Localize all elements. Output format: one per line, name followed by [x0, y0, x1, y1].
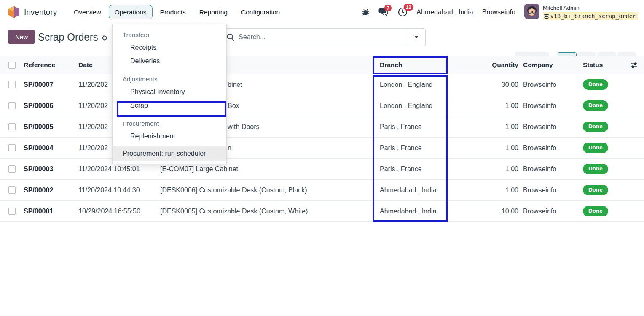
select-all-checkbox[interactable]: [8, 62, 16, 69]
activities-count-badge: 12: [404, 4, 413, 11]
search-dropdown-toggle[interactable]: [407, 29, 425, 46]
branch-selector[interactable]: Ahmedabad , India: [416, 8, 473, 16]
cell-date: 11/20/2024 10:44:30: [78, 186, 160, 194]
status-badge: Done: [583, 164, 608, 174]
table-row[interactable]: SP/00007 11/20/202 binet London , Englan…: [0, 74, 644, 95]
cell-reference: SP/00004: [24, 144, 78, 152]
messages-count-badge: 7: [384, 5, 392, 11]
menu-operations[interactable]: Operations: [109, 5, 153, 19]
user-name: Mitchell Admin: [543, 4, 638, 12]
database-icon: [544, 14, 549, 19]
inventory-app-icon[interactable]: [8, 5, 20, 19]
table-row[interactable]: SP/00006 11/20/202 Box London , England …: [0, 95, 644, 116]
cell-status: Done: [582, 100, 624, 111]
table-row[interactable]: SP/00002 11/20/2024 10:44:30 [DESK0006] …: [0, 180, 644, 201]
menu-section-procurement: Procurement: [113, 117, 226, 130]
cell-company: Browseinfo: [518, 81, 582, 89]
header-reference[interactable]: Reference: [24, 61, 78, 69]
company-selector[interactable]: Browseinfo: [482, 8, 515, 16]
activities-clock-icon[interactable]: 12: [398, 7, 408, 17]
menu-configuration[interactable]: Configuration: [235, 5, 286, 19]
cell-reference: SP/00005: [24, 123, 78, 131]
sliders-icon: [630, 62, 638, 68]
cell-product: [DESK0006] Customizable Desk (Custom, Bl…: [160, 186, 373, 194]
user-menu[interactable]: Mitchell Admin v18_bi_branch_scrap_order: [524, 4, 638, 20]
optional-columns-toggle[interactable]: [624, 62, 644, 68]
menu-item-procurement-run-scheduler[interactable]: Procurement: run scheduler: [113, 146, 226, 161]
cell-company: Browseinfo: [518, 165, 582, 173]
cell-quantity: 1.00: [448, 144, 518, 152]
inventory-app-screen: Inventory Overview Operations Products R…: [0, 0, 644, 316]
cell-company: Browseinfo: [518, 102, 582, 110]
menu-reporting[interactable]: Reporting: [193, 5, 233, 19]
menu-products[interactable]: Products: [154, 5, 192, 19]
row-checkbox-cell: [0, 186, 24, 194]
row-checkbox[interactable]: [8, 81, 16, 88]
cell-status: Done: [582, 185, 624, 195]
view-settings-gear-icon[interactable]: ⚙: [102, 32, 108, 42]
new-button[interactable]: New: [8, 30, 35, 44]
header-branch[interactable]: Branch: [373, 61, 448, 69]
row-checkbox[interactable]: [8, 123, 16, 130]
row-checkbox[interactable]: [8, 186, 16, 194]
status-badge: Done: [583, 100, 608, 111]
bug-icon[interactable]: [362, 8, 370, 16]
cell-product: [DESK0005] Customizable Desk (Custom, Wh…: [160, 208, 373, 215]
header-quantity[interactable]: Quantity: [448, 61, 518, 69]
app-name[interactable]: Inventory: [24, 8, 57, 17]
main-menu: Overview Operations Products Reporting C…: [68, 5, 286, 19]
cell-status: Done: [582, 164, 624, 174]
table-row[interactable]: SP/00001 10/29/2024 16:55:50 [DESK0005] …: [0, 201, 644, 222]
row-checkbox[interactable]: [8, 102, 16, 109]
navbar-right: 7 12 Ahmedabad , India Browseinfo: [362, 4, 644, 20]
cell-company: Browseinfo: [518, 208, 582, 215]
menu-overview[interactable]: Overview: [68, 5, 107, 19]
messages-icon[interactable]: 7: [378, 8, 389, 16]
user-meta: Mitchell Admin v18_bi_branch_scrap_order: [543, 4, 638, 20]
cell-branch: Paris , France: [373, 123, 448, 131]
cell-quantity: 10.00: [448, 208, 518, 215]
table-row[interactable]: SP/00003 11/20/2024 10:45:01 [E-COM07] L…: [0, 159, 644, 180]
row-checkbox-cell: [0, 208, 24, 215]
row-checkbox[interactable]: [8, 144, 16, 151]
row-checkbox-cell: [0, 165, 24, 173]
cell-reference: SP/00003: [24, 165, 78, 173]
row-checkbox-cell: [0, 81, 24, 88]
cell-branch: London , England: [373, 81, 448, 89]
menu-item-receipts[interactable]: Receipts: [113, 41, 226, 54]
menu-item-scrap[interactable]: Scrap: [113, 99, 226, 112]
cell-branch: London , England: [373, 102, 448, 110]
cell-branch: Paris , France: [373, 144, 448, 152]
cell-date: 10/29/2024 16:55:50: [78, 208, 160, 215]
cell-status: Done: [582, 143, 624, 153]
cell-status: Done: [582, 122, 624, 132]
row-checkbox[interactable]: [8, 208, 16, 215]
cell-company: Browseinfo: [518, 144, 582, 152]
status-badge: Done: [583, 143, 608, 153]
search-input[interactable]: [239, 33, 407, 41]
row-checkbox-cell: [0, 144, 24, 151]
scrap-orders-list: Reference Date Branch Quantity Company S…: [0, 56, 644, 222]
menu-item-replenishment[interactable]: Replenishment: [113, 130, 226, 143]
header-status[interactable]: Status: [582, 61, 624, 69]
user-avatar[interactable]: [524, 4, 539, 19]
table-row[interactable]: SP/00004 11/20/202 n Paris , France 1.00…: [0, 138, 644, 159]
row-checkbox-cell: [0, 102, 24, 109]
menu-item-deliveries[interactable]: Deliveries: [113, 54, 226, 68]
cell-reference: SP/00002: [24, 186, 78, 194]
cell-branch: Ahmedabad , India: [373, 208, 448, 215]
table-row[interactable]: SP/00005 11/20/202 with Doors Paris , Fr…: [0, 116, 644, 138]
status-badge: Done: [583, 206, 608, 216]
row-checkbox[interactable]: [8, 165, 16, 173]
cell-date: 11/20/2024 10:45:01: [78, 165, 160, 173]
menu-item-physical-inventory[interactable]: Physical Inventory: [113, 85, 226, 99]
cell-status: Done: [582, 79, 624, 89]
operations-dropdown-menu: Transfers Receipts Deliveries Adjustment…: [112, 24, 227, 164]
cell-reference: SP/00007: [24, 81, 78, 89]
header-company[interactable]: Company: [518, 61, 582, 69]
database-name: v18_bi_branch_scrap_order: [550, 13, 636, 20]
menu-section-transfers: Transfers: [113, 29, 226, 41]
cell-product: [E-COM07] Large Cabinet: [160, 165, 373, 173]
table-header-row: Reference Date Branch Quantity Company S…: [0, 56, 644, 74]
cell-quantity: 1.00: [448, 186, 518, 194]
